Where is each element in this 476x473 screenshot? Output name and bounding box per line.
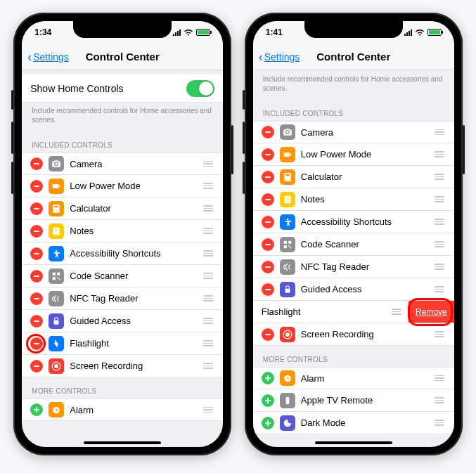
reorder-handle[interactable] [433, 219, 446, 225]
add-button[interactable] [262, 372, 274, 384]
control-label: Camera [70, 159, 196, 169]
control-label: Notes [70, 226, 196, 236]
control-label: Dark Mode [301, 417, 427, 428]
control-label: Accessibility Shortcuts [70, 248, 196, 259]
remove-minus-button[interactable] [262, 328, 274, 341]
reorder-handle[interactable] [202, 295, 214, 302]
remove-minus-button[interactable] [262, 126, 274, 138]
mute-switch[interactable] [11, 90, 13, 110]
remove-minus-button[interactable] [30, 360, 43, 372]
control-label: Low Power Mode [70, 181, 196, 191]
back-button[interactable]: ‹ Settings [27, 44, 69, 70]
reorder-handle[interactable] [202, 407, 214, 413]
reorder-handle[interactable] [202, 183, 214, 189]
reorder-handle[interactable] [202, 273, 214, 279]
reorder-handle[interactable] [202, 161, 214, 167]
control-row: Code Scanner [253, 233, 454, 256]
power-button[interactable] [463, 125, 465, 174]
control-row: Notes [253, 188, 454, 211]
control-row: Low Power Mode [22, 175, 223, 197]
remove-minus-button[interactable] [262, 193, 274, 206]
control-row: Guided Access [253, 278, 454, 301]
remove-button[interactable]: Remove [409, 301, 454, 323]
home-controls-note: Include recommended controls for Home ac… [253, 70, 454, 100]
reorder-handle[interactable] [202, 340, 214, 346]
reorder-handle[interactable] [433, 174, 446, 180]
reorder-handle[interactable] [433, 375, 446, 382]
add-button[interactable] [262, 394, 274, 407]
qr-icon [49, 268, 64, 284]
control-row: Calculator [22, 197, 223, 220]
remove-minus-button[interactable] [262, 171, 274, 183]
control-label: Screen Recording [70, 361, 196, 371]
remove-minus-button[interactable] [30, 247, 43, 260]
remove-minus-button[interactable] [30, 270, 43, 283]
svg-rect-28 [288, 245, 290, 247]
add-button[interactable] [30, 403, 43, 416]
power-button[interactable] [231, 125, 233, 174]
notes-icon [49, 223, 64, 239]
svg-rect-30 [285, 288, 290, 292]
mute-switch[interactable] [243, 90, 245, 110]
control-row: Code Scanner [22, 265, 223, 287]
reorder-handle[interactable] [390, 309, 403, 315]
remove-minus-button[interactable] [30, 315, 43, 328]
remove-minus-button[interactable] [30, 292, 43, 305]
page-title: Control Center [86, 51, 160, 63]
back-button[interactable]: ‹ Settings [259, 44, 300, 70]
reorder-handle[interactable] [202, 228, 214, 234]
qr-icon [280, 237, 295, 252]
more-controls-header: MORE CONTROLS [253, 346, 454, 367]
reorder-handle[interactable] [202, 363, 214, 369]
remove-minus-button[interactable] [30, 225, 43, 238]
control-row: Camera [253, 121, 454, 143]
reorder-handle[interactable] [202, 250, 214, 257]
add-button[interactable] [262, 417, 274, 429]
reorder-handle[interactable] [433, 241, 446, 247]
remove-minus-button[interactable] [30, 202, 43, 215]
settings-list[interactable]: Include recommended controls for Home ac… [253, 70, 454, 447]
show-home-controls-toggle[interactable] [186, 80, 214, 97]
control-row: Screen Recording [253, 323, 454, 346]
reorder-handle[interactable] [433, 151, 446, 157]
reorder-handle[interactable] [202, 205, 214, 212]
remove-minus-button[interactable] [262, 261, 274, 273]
atv-icon [280, 393, 295, 408]
svg-rect-18 [290, 153, 291, 155]
remove-minus-button[interactable] [30, 337, 43, 350]
remove-minus-button[interactable] [262, 238, 274, 251]
control-label: Code Scanner [301, 239, 427, 250]
remove-minus-button[interactable] [262, 148, 274, 161]
volume-up[interactable] [11, 122, 13, 154]
home-indicator[interactable] [84, 441, 161, 444]
reorder-handle[interactable] [433, 397, 446, 403]
svg-point-7 [56, 250, 57, 251]
reorder-handle[interactable] [433, 196, 446, 202]
control-label: Alarm [70, 405, 196, 415]
flash-icon [49, 336, 64, 351]
remove-minus-button[interactable] [30, 157, 43, 170]
reorder-handle[interactable] [433, 264, 446, 270]
reorder-handle[interactable] [433, 129, 446, 136]
chevron-left-icon: ‹ [259, 51, 263, 63]
svg-rect-8 [53, 272, 56, 275]
reorder-handle[interactable] [202, 318, 214, 324]
volume-down[interactable] [243, 162, 245, 194]
svg-rect-29 [290, 247, 291, 248]
settings-list[interactable]: Show Home Controls Include recommended c… [22, 70, 223, 447]
remove-minus-button[interactable] [262, 216, 274, 228]
volume-up[interactable] [243, 122, 245, 154]
show-home-controls-label: Show Home Controls [30, 83, 181, 94]
volume-down[interactable] [11, 162, 13, 194]
remove-minus-button[interactable] [262, 283, 274, 296]
nfc-icon [49, 291, 64, 306]
reorder-handle[interactable] [433, 286, 446, 292]
reorder-handle[interactable] [433, 331, 446, 337]
control-label: Alarm [301, 373, 427, 384]
notes-icon [280, 192, 295, 207]
alarm-icon [280, 370, 295, 386]
nav-bar: ‹ Settings Control Center [22, 44, 223, 70]
home-indicator[interactable] [315, 441, 392, 444]
reorder-handle[interactable] [433, 420, 446, 426]
remove-minus-button[interactable] [30, 180, 43, 193]
